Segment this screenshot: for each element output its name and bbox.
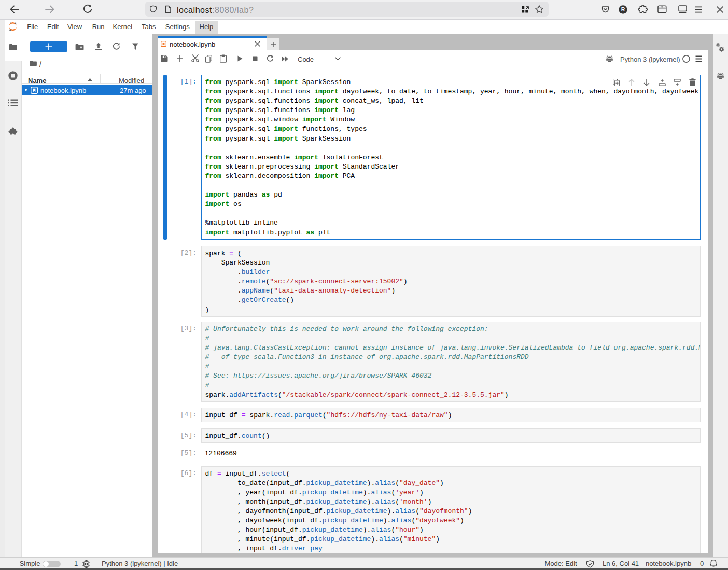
svg-text:R: R bbox=[621, 6, 625, 12]
